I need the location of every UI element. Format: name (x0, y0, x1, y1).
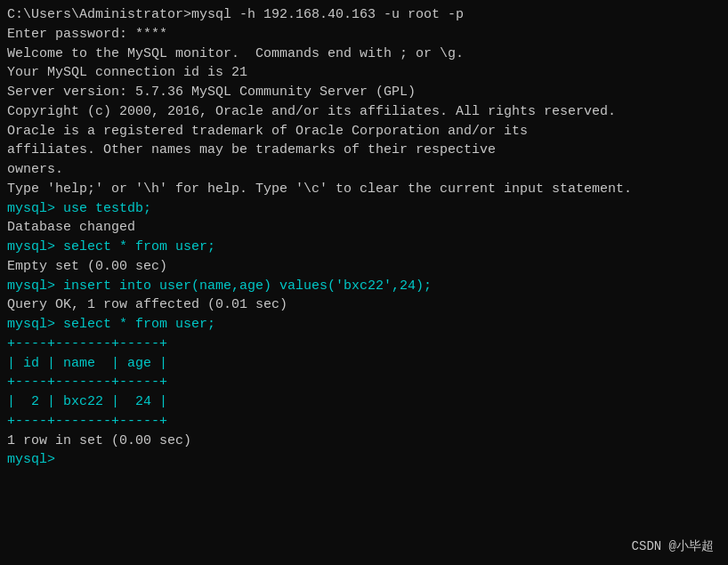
terminal-line: +----+-------+-----+ (7, 412, 721, 432)
terminal-line: mysql> use testdb; (7, 199, 721, 219)
terminal-line: mysql> insert into user(name,age) values… (7, 277, 721, 296)
terminal-line: Server version: 5.7.36 MySQL Community S… (7, 83, 721, 102)
terminal-output: C:\Users\Administrator>mysql -h 192.168.… (7, 5, 721, 470)
terminal-line: Welcome to the MySQL monitor. Commands e… (7, 44, 721, 64)
terminal-line: mysql> select * from user; (7, 315, 721, 335)
terminal-line: Type 'help;' or '\h' for help. Type '\c'… (7, 180, 721, 199)
terminal-line: Database changed (7, 218, 721, 238)
terminal-line: Query OK, 1 row affected (0.01 sec) (7, 295, 721, 315)
terminal-line: Copyright (c) 2000, 2016, Oracle and/or … (7, 102, 721, 122)
terminal-window: C:\Users\Administrator>mysql -h 192.168.… (0, 0, 728, 565)
terminal-line: +----+-------+-----+ (7, 373, 721, 392)
watermark: CSDN @小毕超 (632, 538, 714, 554)
terminal-line: C:\Users\Administrator>mysql -h 192.168.… (7, 5, 721, 25)
terminal-line: +----+-------+-----+ (7, 335, 721, 354)
terminal-line: Empty set (0.00 sec) (7, 257, 721, 277)
terminal-line: | 2 | bxc22 | 24 | (7, 392, 721, 412)
terminal-line: 1 row in set (0.00 sec) (7, 432, 721, 451)
terminal-line: | id | name | age | (7, 354, 721, 374)
terminal-line: mysql> select * from user; (7, 238, 721, 257)
terminal-line: affiliates. Other names may be trademark… (7, 141, 721, 160)
terminal-line: owners. (7, 160, 721, 180)
terminal-line: Enter password: **** (7, 25, 721, 44)
terminal-line: mysql> (7, 450, 721, 470)
terminal-line: Your MySQL connection id is 21 (7, 63, 721, 83)
terminal-line: Oracle is a registered trademark of Orac… (7, 122, 721, 141)
